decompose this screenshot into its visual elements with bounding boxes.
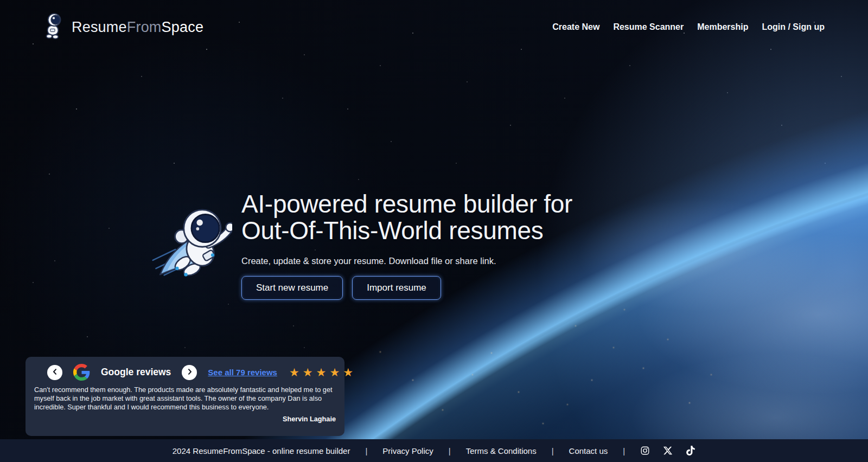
brand-name: ResumeFromSpace xyxy=(72,19,203,36)
footer-copyright: 2024 ResumeFromSpace - online resume bui… xyxy=(173,446,350,455)
hero-title: AI-powered resume builder for Out-Of-Thi… xyxy=(241,191,572,244)
review-text: Can't recommend them enough. The product… xyxy=(34,386,336,412)
reviewer-name: Shervin Laghaie xyxy=(25,415,336,423)
star-rating: ★★★★★ xyxy=(289,366,356,379)
instagram-icon[interactable] xyxy=(640,446,650,455)
start-new-resume-button[interactable]: Start new resume xyxy=(241,276,343,300)
prev-review-button[interactable] xyxy=(47,365,62,380)
hero-section: AI-powered resume builder for Out-Of-Thi… xyxy=(241,191,572,300)
hero-buttons: Start new resume Import resume xyxy=(241,276,572,300)
footer-privacy-policy-link[interactable]: Privacy Policy xyxy=(382,446,433,455)
see-all-reviews-link[interactable]: See all 79 reviews xyxy=(208,368,277,377)
brand-logo[interactable]: ResumeFromSpace xyxy=(42,12,203,42)
nav-membership[interactable]: Membership xyxy=(697,22,748,32)
footer-contact-link[interactable]: Contact us xyxy=(569,446,608,455)
footer-separator: | xyxy=(449,446,451,455)
import-resume-button[interactable]: Import resume xyxy=(352,276,441,300)
next-review-button[interactable] xyxy=(182,365,197,380)
footer: 2024 ResumeFromSpace - online resume bui… xyxy=(0,439,868,462)
tiktok-icon[interactable] xyxy=(686,446,695,455)
footer-separator: | xyxy=(365,446,367,455)
footer-separator: | xyxy=(552,446,554,455)
footer-separator: | xyxy=(623,446,625,455)
nav-resume-scanner[interactable]: Resume Scanner xyxy=(613,22,684,32)
footer-terms-link[interactable]: Terms & Conditions xyxy=(466,446,537,455)
review-source-label: Google reviews xyxy=(101,367,171,378)
google-reviews-card: Google reviews See all 79 reviews ★★★★★ … xyxy=(25,357,344,436)
main-nav: Create New Resume Scanner Membership Log… xyxy=(552,22,825,32)
chevron-left-icon xyxy=(51,368,59,377)
astronaut-logo-icon xyxy=(42,12,65,42)
landing-page: ResumeFromSpace Create New Resume Scanne… xyxy=(0,0,868,462)
nav-login-signup[interactable]: Login / Sign up xyxy=(762,22,825,32)
chevron-right-icon xyxy=(186,368,194,377)
google-logo-icon xyxy=(73,364,90,381)
review-card-header: Google reviews See all 79 reviews ★★★★★ xyxy=(25,357,344,381)
hero-title-line2: Out-Of-This-World resumes xyxy=(241,217,572,244)
astronaut-mascot xyxy=(150,197,232,280)
x-icon[interactable] xyxy=(663,446,673,455)
hero-subtitle: Create, update & store your resume. Down… xyxy=(241,256,572,266)
header: ResumeFromSpace Create New Resume Scanne… xyxy=(0,0,868,54)
hero-title-line1: AI-powered resume builder for xyxy=(241,191,572,217)
nav-create-new[interactable]: Create New xyxy=(552,22,599,32)
footer-social-icons xyxy=(640,446,695,455)
